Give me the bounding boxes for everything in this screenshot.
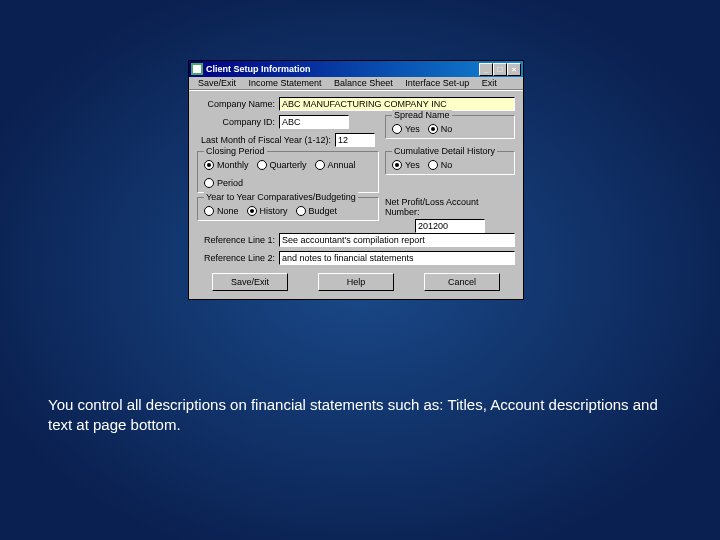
net-profit-loss-input[interactable]: 201200 — [415, 219, 485, 233]
menu-balance-sheet[interactable]: Balance Sheet — [329, 77, 398, 89]
net-profit-loss-label: Net Profit/Loss Account Number: — [385, 197, 515, 217]
spread-name-legend: Spread Name — [392, 110, 452, 120]
ref2-label: Reference Line 2: — [197, 253, 279, 263]
closing-period-legend: Closing Period — [204, 146, 267, 156]
yty-budget-radio[interactable]: Budget — [296, 206, 338, 216]
save-exit-button[interactable]: Save/Exit — [212, 273, 288, 291]
cancel-button[interactable]: Cancel — [424, 273, 500, 291]
ref1-label: Reference Line 1: — [197, 235, 279, 245]
closing-monthly-radio[interactable]: Monthly — [204, 160, 249, 170]
close-button[interactable]: × — [507, 63, 521, 76]
menu-save-exit[interactable]: Save/Exit — [193, 77, 241, 89]
yty-group: Year to Year Comparatives/Budgeting None… — [197, 197, 379, 221]
yty-history-radio[interactable]: History — [247, 206, 288, 216]
cumulative-yes-radio[interactable]: Yes — [392, 160, 420, 170]
closing-quarterly-radio[interactable]: Quarterly — [257, 160, 307, 170]
cumulative-history-legend: Cumulative Detail History — [392, 146, 497, 156]
app-icon — [191, 63, 203, 75]
menu-interface-setup[interactable]: Interface Set-up — [400, 77, 474, 89]
spread-no-radio[interactable]: No — [428, 124, 453, 134]
ref2-input[interactable]: and notes to financial statements — [279, 251, 515, 265]
client-setup-dialog: Client Setup Information _ □ × Save/Exit… — [188, 60, 524, 300]
minimize-button[interactable]: _ — [479, 63, 493, 76]
window-title: Client Setup Information — [206, 64, 479, 74]
menu-exit[interactable]: Exit — [477, 77, 502, 89]
menubar: Save/Exit Income Statement Balance Sheet… — [189, 77, 523, 90]
closing-annual-radio[interactable]: Annual — [315, 160, 356, 170]
company-name-input[interactable]: ABC MANUFACTURING COMPANY INC — [279, 97, 515, 111]
closing-period-group: Closing Period Monthly Quarterly Annual … — [197, 151, 379, 193]
last-month-label: Last Month of Fiscal Year (1-12): — [197, 135, 335, 145]
help-button[interactable]: Help — [318, 273, 394, 291]
maximize-button[interactable]: □ — [493, 63, 507, 76]
menu-income-statement[interactable]: Income Statement — [244, 77, 327, 89]
spread-name-group: Spread Name Yes No — [385, 115, 515, 139]
svg-rect-1 — [193, 65, 201, 73]
cumulative-no-radio[interactable]: No — [428, 160, 453, 170]
slide-caption: You control all descriptions on financia… — [48, 395, 668, 436]
cumulative-history-group: Cumulative Detail History Yes No — [385, 151, 515, 175]
company-id-label: Company ID: — [197, 117, 279, 127]
yty-legend: Year to Year Comparatives/Budgeting — [204, 192, 358, 202]
last-month-input[interactable]: 12 — [335, 133, 375, 147]
spread-yes-radio[interactable]: Yes — [392, 124, 420, 134]
titlebar[interactable]: Client Setup Information _ □ × — [189, 61, 523, 77]
closing-period-radio[interactable]: Period — [204, 178, 243, 188]
yty-none-radio[interactable]: None — [204, 206, 239, 216]
ref1-input[interactable]: See accountant's compilation report — [279, 233, 515, 247]
company-id-input[interactable]: ABC — [279, 115, 349, 129]
company-name-label: Company Name: — [197, 99, 279, 109]
